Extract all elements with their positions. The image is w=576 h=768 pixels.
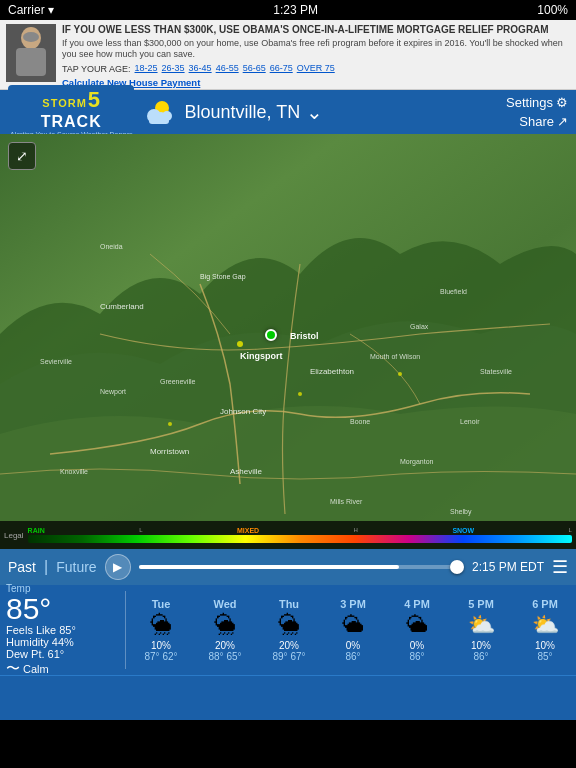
forecast-column: 6 PM ⛅ 10% 85° [514, 591, 570, 669]
snow-label: SNOW [452, 527, 474, 534]
forecast-column: Thu 🌦 20% 89° 67° [258, 591, 320, 669]
timeline-time: 2:15 PM EDT [472, 560, 544, 574]
svg-text:Johnson City: Johnson City [220, 407, 266, 416]
forecast-temps: 86° [345, 651, 360, 662]
svg-text:Sevierville: Sevierville [40, 358, 72, 365]
mixed-label: MIXED [237, 527, 259, 534]
bottom-nav [0, 675, 576, 720]
ad-age-item[interactable]: 46-55 [216, 63, 239, 73]
forecast-temps: 87° 62° [144, 651, 177, 662]
ad-cta[interactable]: Calculate New House Payment [62, 77, 570, 88]
location-text: Blountville, TN [184, 102, 300, 123]
svg-text:Asheville: Asheville [230, 467, 263, 476]
forecast-weather-icon: 🌦 [150, 612, 172, 638]
humidity: Humidity 44% [6, 636, 117, 648]
legend-legal-label: Legal [4, 531, 24, 540]
rain-l: L [139, 527, 142, 534]
future-button[interactable]: Future [56, 559, 96, 575]
forecast-precip: 0% [410, 640, 424, 651]
logo-track: TRACK [41, 113, 102, 131]
forecast-column: Tue 🌦 10% 87° 62° [130, 591, 192, 669]
svg-point-13 [398, 372, 402, 376]
battery: 100% [537, 3, 568, 17]
share-label: Share [519, 114, 554, 129]
timeline-knob[interactable] [450, 560, 464, 574]
gear-icon: ⚙ [556, 95, 568, 110]
forecast-scroll[interactable]: Tue 🌦 10% 87° 62° Wed 🌦 20% 88° 65° Thu … [130, 591, 570, 669]
forecast-day: Tue [152, 598, 171, 610]
expand-button[interactable]: ⤢ [8, 142, 36, 170]
ad-image [6, 24, 56, 82]
ad-age-item[interactable]: OVER 75 [297, 63, 335, 73]
svg-text:Elizabethton: Elizabethton [310, 367, 354, 376]
play-button[interactable]: ▶ [105, 554, 131, 580]
svg-text:Bluefield: Bluefield [440, 288, 467, 295]
wind: 〜 Calm [6, 660, 117, 678]
wind-speed: Calm [23, 663, 49, 675]
forecast-temps: 86° [473, 651, 488, 662]
ad-age-item[interactable]: 26-35 [162, 63, 185, 73]
ad-age-item[interactable]: 36-45 [189, 63, 212, 73]
forecast-temps: 86° [409, 651, 424, 662]
past-button[interactable]: Past [8, 559, 36, 575]
ad-banner[interactable]: IF YOU OWE LESS THAN $300K, USE OBAMA'S … [0, 20, 576, 90]
share-button[interactable]: Share ↗ [519, 114, 568, 129]
current-weather: Temp 85° Feels Like 85° Humidity 44% Dew… [6, 591, 126, 669]
status-bar: Carrier ▾ 1:23 PM 100% [0, 0, 576, 20]
ad-age-item[interactable]: 18-25 [135, 63, 158, 73]
carrier: Carrier ▾ [8, 3, 54, 17]
logo-num: 5 [88, 87, 100, 113]
forecast-precip: 10% [471, 640, 491, 651]
forecast-precip: 20% [215, 640, 235, 651]
svg-text:Morristown: Morristown [150, 447, 189, 456]
timeline-divider: | [44, 558, 48, 576]
svg-text:Boone: Boone [350, 418, 370, 425]
ad-tap-label: TAP YOUR AGE: [62, 64, 131, 74]
svg-text:Newport: Newport [100, 388, 126, 396]
timeline-slider[interactable] [139, 565, 464, 569]
layers-icon[interactable]: ☰ [552, 556, 568, 578]
map-area[interactable]: Cumberland Big Stone Gap Bristol Morrist… [0, 134, 576, 549]
svg-text:Mouth of Wilson: Mouth of Wilson [370, 353, 420, 360]
forecast-precip: 10% [535, 640, 555, 651]
weather-icon-header [142, 94, 178, 130]
svg-rect-2 [16, 48, 46, 76]
forecast-precip: 0% [346, 640, 360, 651]
ad-ages[interactable]: 18-2526-3536-4546-5556-6566-75OVER 75 [135, 63, 335, 73]
forecast-weather-icon: 🌦 [214, 612, 236, 638]
ad-age-item[interactable]: 56-65 [243, 63, 266, 73]
timeline-bar: Past | Future ▶ 2:15 PM EDT ☰ [0, 549, 576, 585]
forecast-weather-icon: 🌦 [278, 612, 300, 638]
forecast-day: 5 PM [468, 598, 494, 610]
legend-bar: Legal RAIN L MIXED H SNOW L [0, 521, 576, 549]
temperature: 85° [6, 594, 117, 624]
svg-text:Galax: Galax [410, 323, 429, 330]
time: 1:23 PM [273, 3, 318, 17]
svg-text:Mills River: Mills River [330, 498, 363, 505]
settings-button[interactable]: Settings ⚙ [506, 95, 568, 110]
ad-title: IF YOU OWE LESS THAN $300K, USE OBAMA'S … [62, 24, 570, 36]
forecast-day: 3 PM [340, 598, 366, 610]
ad-age-item[interactable]: 66-75 [270, 63, 293, 73]
svg-text:Kingsport: Kingsport [240, 351, 283, 361]
svg-text:Big Stone Gap: Big Stone Gap [200, 273, 246, 281]
svg-point-12 [298, 392, 302, 396]
location-area[interactable]: Blountville, TN ⌄ [142, 94, 498, 130]
ad-content: IF YOU OWE LESS THAN $300K, USE OBAMA'S … [62, 24, 570, 90]
chevron-down-icon[interactable]: ⌄ [306, 100, 323, 124]
svg-text:Morganton: Morganton [400, 458, 434, 466]
location-marker [265, 329, 277, 341]
legend-gradient [28, 535, 572, 543]
forecast-day: Wed [213, 598, 236, 610]
forecast-weather-icon: ⛅ [532, 612, 559, 638]
svg-text:Greeneville: Greeneville [160, 378, 196, 385]
svg-text:Lenoir: Lenoir [460, 418, 480, 425]
share-icon: ↗ [557, 114, 568, 129]
weather-strip: Temp 85° Feels Like 85° Humidity 44% Dew… [0, 585, 576, 675]
svg-text:Oneida: Oneida [100, 243, 123, 250]
svg-point-3 [23, 32, 39, 42]
forecast-temps: 89° 67° [272, 651, 305, 662]
forecast-weather-icon: ⛅ [468, 612, 495, 638]
forecast-column: Wed 🌦 20% 88° 65° [194, 591, 256, 669]
forecast-column: 4 PM 🌥 0% 86° [386, 591, 448, 669]
